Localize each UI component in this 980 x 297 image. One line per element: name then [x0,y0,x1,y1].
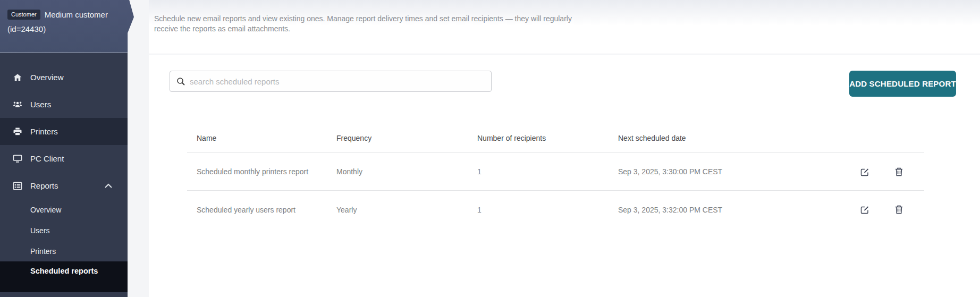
customer-name: Medium customer [45,10,108,19]
users-icon [13,100,22,109]
sidebar-subitem-label: Scheduled reports [30,267,98,275]
cell-next-date: Sep 3, 2025, 3:32:00 PM CEST [618,206,804,214]
header-separator [0,53,128,53]
sidebar-item-label: PC Client [30,154,64,163]
edit-button[interactable] [859,166,870,177]
sidebar-item-printers[interactable]: Printers [0,118,128,145]
scheduled-reports-table: Name Frequency Number of recipients Next… [187,124,924,228]
customer-id: (id=24430) [7,24,134,33]
edit-icon [860,205,870,215]
search-input-wrapper [170,71,492,92]
sidebar-subitem-reports-users[interactable]: Users [0,220,128,241]
delete-button[interactable] [893,166,904,177]
cell-recipients: 1 [477,206,618,214]
sidebar-subitem-reports-overview[interactable]: Overview [0,199,128,220]
col-header-recipients: Number of recipients [477,134,618,142]
delete-button[interactable] [893,205,904,215]
col-header-frequency: Frequency [336,134,477,142]
add-scheduled-report-button[interactable]: ADD SCHEDULED REPORT [849,71,956,97]
edit-icon [860,167,870,177]
sidebar-item-reports[interactable]: Reports [0,172,128,199]
trash-icon [894,205,903,215]
home-icon [13,73,22,82]
monitor-icon [13,154,22,164]
search-icon [176,77,185,86]
sidebar-nav: Overview Users [0,64,128,292]
edit-button[interactable] [859,205,870,215]
sidebar-subitem-reports-printers[interactable]: Printers [0,241,128,261]
customer-type-badge: Customer [7,10,40,20]
sidebar-item-pc-client[interactable]: PC Client [0,145,128,172]
table-row: Scheduled monthly printers report Monthl… [187,153,924,191]
trash-icon [894,167,903,177]
cell-frequency: Yearly [336,206,477,214]
customer-header: Customer Medium customer (id=24430) [0,0,134,53]
sidebar-item-label: Users [30,100,51,109]
cell-next-date: Sep 3, 2025, 3:30:00 PM CEST [618,167,804,176]
sidebar-item-label: Printers [30,127,58,136]
cell-name: Scheduled yearly users report [197,206,336,214]
table-row: Scheduled yearly users report Yearly 1 S… [187,191,924,228]
table-header-row: Name Frequency Number of recipients Next… [187,124,924,153]
sidebar-subitem-label: Users [30,226,50,235]
printer-icon [13,127,22,137]
sidebar-item-label: Reports [30,181,58,190]
content-card: ADD SCHEDULED REPORT Name Frequency Numb… [149,55,980,297]
page-description: Schedule new email reports and view exis… [154,14,586,34]
col-header-name: Name [197,134,336,142]
sidebar-item-label: Overview [30,73,64,82]
sidebar-item-users[interactable]: Users [0,91,128,118]
report-icon [13,181,22,191]
page-header-band: Schedule new email reports and view exis… [149,0,980,54]
sidebar-subitem-label: Printers [30,247,56,256]
col-header-next-date: Next scheduled date [618,134,804,142]
cell-name: Scheduled monthly printers report [197,167,336,176]
search-input[interactable] [190,77,485,86]
sidebar-item-overview[interactable]: Overview [0,64,128,91]
sidebar: Customer Medium customer (id=24430) Over… [0,0,128,297]
chevron-up-icon [104,183,113,189]
cell-frequency: Monthly [336,167,477,176]
sidebar-subitem-scheduled-reports[interactable]: Scheduled reports [0,261,128,292]
cell-recipients: 1 [477,167,618,176]
sidebar-subitem-label: Overview [30,206,61,214]
